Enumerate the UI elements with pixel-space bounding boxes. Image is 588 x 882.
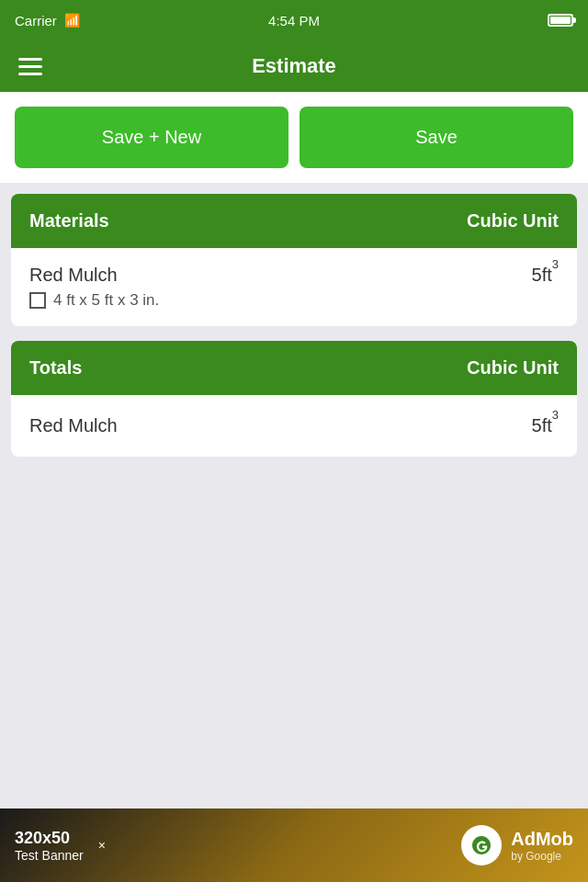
admob-logo: AdMob by Google (461, 825, 573, 865)
admob-name: AdMob (511, 829, 573, 850)
main-content: Save + New Save Materials Cubic Unit Red… (0, 92, 588, 457)
hamburger-line-1 (18, 58, 42, 61)
hamburger-line-3 (18, 73, 42, 75)
total-unit-label: ft (542, 415, 552, 436)
totals-header: Totals Cubic Unit (11, 341, 577, 395)
status-bar: Carrier 📶 4:54 PM (0, 0, 588, 40)
total-item-name: Red Mulch (29, 415, 118, 436)
checkbox-icon[interactable] (29, 292, 46, 309)
material-unit-value: 5 ft3 (532, 265, 559, 286)
carrier-label: Carrier (15, 13, 57, 28)
save-button[interactable]: Save (300, 107, 573, 168)
hamburger-line-2 (18, 65, 42, 68)
totals-card: Totals Cubic Unit Red Mulch 5 ft3 (11, 341, 577, 457)
materials-card: Materials Cubic Unit Red Mulch 4 ft x 5 … (11, 194, 577, 326)
totals-header-label: Totals (29, 357, 82, 379)
buttons-row: Save + New Save (15, 107, 573, 168)
total-item-value: 5 ft3 (532, 415, 559, 436)
battery-icon (548, 14, 573, 27)
material-value: 5 (532, 265, 542, 286)
ad-text-block: 320x50 Test Banner (15, 829, 84, 863)
status-bar-right (548, 14, 573, 27)
page-title: Estimate (252, 54, 336, 78)
ad-close-button[interactable]: × (98, 838, 106, 853)
buttons-section: Save + New Save (0, 92, 588, 183)
material-name: Red Mulch (29, 265, 159, 286)
menu-button[interactable] (18, 58, 42, 75)
dimensions-text: 4 ft x 5 ft x 3 in. (53, 291, 159, 310)
admob-text-block: AdMob by Google (511, 829, 573, 863)
ad-size: 320x50 (15, 829, 84, 848)
ad-label: Test Banner (15, 848, 84, 863)
total-row: Red Mulch 5 ft3 (11, 395, 577, 457)
material-unit-label: ft (542, 265, 552, 286)
material-dimensions: 4 ft x 5 ft x 3 in. (29, 291, 159, 310)
admob-sub: by Google (511, 850, 573, 863)
save-new-button[interactable]: Save + New (15, 107, 288, 168)
nav-bar: Estimate (0, 40, 588, 92)
total-value-number: 5 (532, 415, 542, 436)
materials-header-unit: Cubic Unit (467, 210, 559, 232)
materials-header: Materials Cubic Unit (11, 194, 577, 248)
material-info: Red Mulch 4 ft x 5 ft x 3 in. (29, 265, 159, 310)
ad-banner: 320x50 Test Banner × AdMob by Google (0, 808, 588, 882)
wifi-icon: 📶 (64, 13, 80, 28)
totals-header-unit: Cubic Unit (467, 357, 559, 379)
status-bar-left: Carrier 📶 (15, 13, 80, 28)
admob-icon (461, 825, 502, 865)
material-row: Red Mulch 4 ft x 5 ft x 3 in. 5 ft3 (11, 248, 577, 326)
materials-header-label: Materials (29, 210, 109, 232)
status-time: 4:54 PM (268, 13, 320, 28)
